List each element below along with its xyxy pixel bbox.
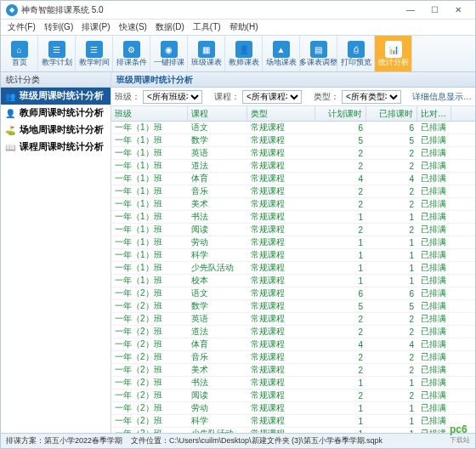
cell-compare: 已排满 [417, 415, 451, 427]
cell-done: 2 [366, 389, 417, 401]
cell-class: 一年（1）班 [111, 236, 188, 248]
cell-compare: 已排满 [417, 377, 451, 389]
tool-一键排课[interactable]: ◉一键排课 [150, 36, 188, 71]
menubar: 文件(F)转到(G)排课(P)快速(S)数据(D)工具(T)帮助(H) [1, 20, 475, 35]
table-row[interactable]: 一年（2）班 科学 常规课程 1 1 已排满 [111, 415, 475, 428]
tool-统计分析[interactable]: 📊统计分析 [375, 36, 412, 71]
cell-course: 体育 [188, 338, 247, 350]
cell-compare: 已排满 [417, 402, 451, 414]
cell-class: 一年（2）班 [111, 364, 188, 376]
minimize-button[interactable]: — [399, 3, 422, 18]
cell-course: 数学 [188, 300, 247, 312]
cell-compare: 已排满 [417, 236, 451, 248]
type-select[interactable]: <所有类型> [342, 90, 401, 104]
menu-item[interactable]: 排课(P) [78, 20, 113, 34]
menu-item[interactable]: 文件(F) [4, 20, 39, 34]
menu-item[interactable]: 工具(T) [190, 20, 224, 34]
cell-plan: 4 [315, 338, 366, 350]
cell-plan: 2 [315, 364, 366, 376]
col-class[interactable]: 班级 [111, 106, 188, 121]
tool-icon: ☰ [48, 41, 65, 58]
table-row[interactable]: 一年（2）班 道法 常规课程 2 2 已排满 [111, 326, 475, 338]
table-row[interactable]: 一年（1）班 语文 常规课程 6 6 已排满 [111, 122, 475, 134]
menu-item[interactable]: 帮助(H) [226, 20, 262, 34]
sidebar-item[interactable]: 👤教师周课时统计分析 [1, 105, 110, 122]
table-row[interactable]: 一年（2）班 英语 常规课程 2 2 已排满 [111, 313, 475, 326]
cell-done: 1 [366, 275, 417, 287]
tool-场地课表[interactable]: ▲场地课表 [263, 36, 300, 71]
table-row[interactable]: 一年（1）班 书法 常规课程 1 1 已排满 [111, 211, 475, 224]
cell-plan: 2 [315, 389, 366, 401]
table-row[interactable]: 一年（1）班 劳动 常规课程 1 1 已排满 [111, 236, 475, 249]
cell-done: 1 [366, 402, 417, 414]
cell-compare: 已排满 [417, 211, 451, 223]
table-row[interactable]: 一年（2）班 劳动 常规课程 1 1 已排满 [111, 402, 475, 415]
table-row[interactable]: 一年（1）班 音乐 常规课程 2 2 已排满 [111, 185, 475, 198]
cell-course: 音乐 [188, 185, 247, 197]
filter-bar: 班级： <所有班级> 课程： <所有课程> 类型： <所有类型> 详细信息显示… [111, 88, 475, 106]
cell-compare: 已排满 [417, 313, 451, 325]
col-plan[interactable]: 计划课时 [315, 106, 366, 121]
detail-toggle[interactable]: 详细信息显示… [412, 91, 472, 103]
table-row[interactable]: 一年（1）班 校本 常规课程 1 1 已排满 [111, 275, 475, 287]
table-row[interactable]: 一年（1）班 数学 常规课程 5 5 已排满 [111, 134, 475, 147]
cell-type: 常规课程 [247, 287, 315, 299]
maximize-button[interactable]: ☐ [422, 3, 446, 18]
col-compare[interactable]: 比对… [417, 106, 451, 121]
tool-多课表调整[interactable]: ▤多课表调整 [300, 36, 337, 71]
tool-教学时间[interactable]: ☰教学时间 [76, 36, 113, 71]
sidebar-item[interactable]: ⛳场地周课时统计分析 [1, 122, 110, 139]
cell-class: 一年（2）班 [111, 300, 188, 312]
table-row[interactable]: 一年（1）班 体育 常规课程 4 4 已排满 [111, 173, 475, 185]
menu-item[interactable]: 快速(S) [116, 20, 150, 34]
cell-type: 常规课程 [247, 173, 315, 185]
class-select[interactable]: <所有班级> [143, 90, 202, 104]
table-row[interactable]: 一年（2）班 阅读 常规课程 2 2 已排满 [111, 389, 475, 402]
table-row[interactable]: 一年（1）班 美术 常规课程 2 2 已排满 [111, 198, 475, 211]
grid-body[interactable]: 一年（1）班 语文 常规课程 6 6 已排满一年（1）班 数学 常规课程 5 5… [111, 122, 475, 433]
cell-type: 常规课程 [247, 262, 315, 274]
tool-icon: ▦ [198, 41, 215, 58]
cell-type: 常规课程 [247, 275, 315, 287]
toolbar: ⌂首页☰教学计划☰教学时间⚙排课条件◉一键排课▦班级课表👤教师课表▲场地课表▤多… [1, 35, 475, 72]
scheme-value: 第五小学2022春季学期 [44, 436, 122, 445]
tool-教师课表[interactable]: 👤教师课表 [225, 36, 263, 71]
table-row[interactable]: 一年（2）班 美术 常规课程 2 2 已排满 [111, 364, 475, 377]
table-row[interactable]: 一年（1）班 少先队活动 常规课程 1 1 已排满 [111, 262, 475, 275]
tool-教学计划[interactable]: ☰教学计划 [38, 36, 76, 71]
table-row[interactable]: 一年（2）班 数学 常规课程 5 5 已排满 [111, 300, 475, 313]
course-select[interactable]: <所有课程> [242, 90, 302, 104]
table-row[interactable]: 一年（2）班 音乐 常规课程 2 2 已排满 [111, 351, 475, 364]
cell-class: 一年（2）班 [111, 377, 188, 389]
col-done[interactable]: 已排课时 [366, 106, 417, 121]
tool-icon: ▲ [273, 41, 290, 58]
table-row[interactable]: 一年（2）班 书法 常规课程 1 1 已排满 [111, 377, 475, 389]
sidebar-item[interactable]: 📖课程周课时统计分析 [1, 139, 110, 156]
cell-plan: 2 [315, 198, 366, 210]
sidebar-item[interactable]: 👥班级周课时统计分析 [1, 88, 110, 105]
cell-class: 一年（2）班 [111, 338, 188, 350]
table-row[interactable]: 一年（1）班 阅读 常规课程 2 2 已排满 [111, 224, 475, 236]
cell-class: 一年（2）班 [111, 287, 188, 299]
menu-item[interactable]: 转到(G) [41, 20, 76, 34]
menu-item[interactable]: 数据(D) [152, 20, 188, 34]
col-type[interactable]: 类型 [247, 106, 315, 121]
cell-done: 5 [366, 134, 417, 146]
tool-首页[interactable]: ⌂首页 [1, 36, 38, 71]
col-course[interactable]: 课程 [188, 106, 247, 121]
close-button[interactable]: ✕ [446, 3, 470, 18]
status-bar: 排课方案：第五小学2022春季学期 文件位置：C:\Users\cuilm\De… [1, 433, 475, 448]
table-row[interactable]: 一年（1）班 科学 常规课程 1 1 已排满 [111, 249, 475, 262]
tool-icon: ⎙ [348, 41, 365, 58]
table-row[interactable]: 一年（2）班 体育 常规课程 4 4 已排满 [111, 338, 475, 351]
tool-label: 多课表调整 [299, 59, 337, 66]
tool-打印预览[interactable]: ⎙打印预览 [337, 36, 375, 71]
cell-plan: 1 [315, 262, 366, 274]
cell-course: 英语 [188, 313, 247, 325]
table-row[interactable]: 一年（1）班 道法 常规课程 2 2 已排满 [111, 160, 475, 173]
tool-排课条件[interactable]: ⚙排课条件 [113, 36, 150, 71]
tool-班级课表[interactable]: ▦班级课表 [188, 36, 225, 71]
table-row[interactable]: 一年（2）班 语文 常规课程 6 6 已排满 [111, 287, 475, 300]
table-row[interactable]: 一年（1）班 英语 常规课程 2 2 已排满 [111, 147, 475, 160]
cell-course: 英语 [188, 147, 247, 159]
